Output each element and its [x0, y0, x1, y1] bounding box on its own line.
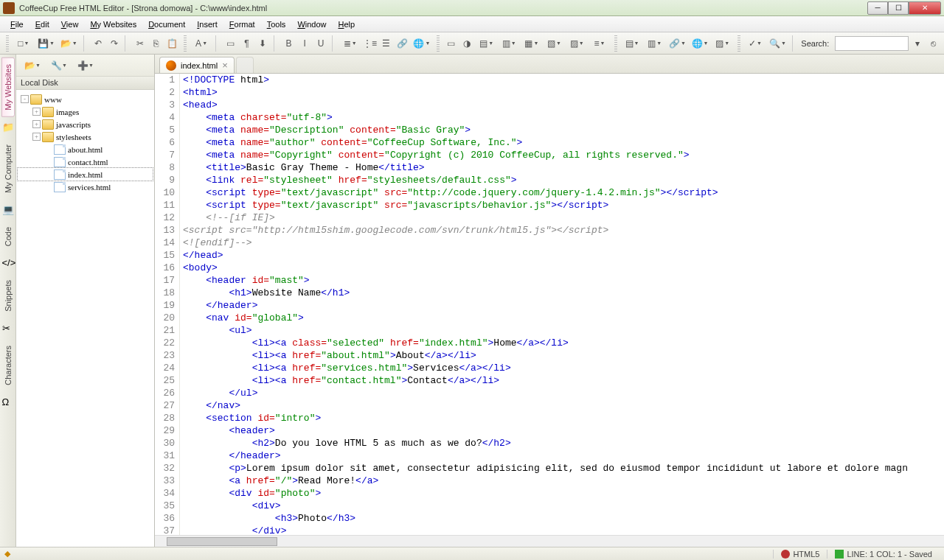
tree-item-www[interactable]: -www [18, 93, 153, 105]
panel5-button[interactable]: ▨▼ [712, 35, 733, 52]
grid3-button[interactable]: ▦▼ [521, 35, 543, 52]
find-button[interactable]: 🔍▼ [767, 35, 788, 52]
menu-format[interactable]: Format [223, 18, 261, 30]
menu-edit[interactable]: Edit [30, 18, 55, 30]
app-icon [3, 2, 15, 14]
tree-item-stylesheets[interactable]: +stylesheets [18, 130, 153, 143]
cut-button[interactable]: ✂ [133, 35, 148, 52]
grid1-button[interactable]: ▤▼ [476, 35, 497, 52]
font-color-button[interactable]: A▼ [191, 35, 212, 52]
file-icon [166, 60, 176, 71]
open-button[interactable]: 📂▼ [58, 35, 80, 52]
grid4-button[interactable]: ▧▼ [544, 35, 565, 52]
menu-window[interactable]: Window [291, 18, 332, 30]
tree-item-about-html[interactable]: about.html [18, 143, 153, 155]
tree-item-contact-html[interactable]: contact.html [18, 155, 153, 168]
save-icon [835, 550, 844, 559]
redo-button[interactable]: ↷ [107, 35, 122, 52]
image-button[interactable]: ▭ [223, 35, 238, 52]
fp-btn-0[interactable]: 📂▼ [21, 57, 44, 74]
panel3-button[interactable]: 🔗▼ [667, 35, 688, 52]
statusbar: ◆ HTML5 LINE: 1 COL: 1 - Saved [0, 547, 944, 560]
file-panel: 📂▼🔧▼➕▼ Local Disk -www+images+javascript… [16, 55, 155, 547]
tree-label: images [56, 108, 79, 116]
document-tab[interactable]: index.html × [159, 57, 235, 73]
menu-view[interactable]: View [55, 18, 85, 30]
tab-close-icon[interactable]: × [222, 60, 228, 71]
code-content[interactable]: <!DOCTYPE html><html><head> <meta charse… [180, 74, 944, 535]
panel1-button[interactable]: ▤▼ [622, 35, 643, 52]
code-editor[interactable]: 1234567891011121314151617181920212223242… [155, 74, 944, 535]
sidetab-my-websites[interactable]: My Websites [1, 57, 15, 117]
menu-help[interactable]: Help [333, 18, 361, 30]
list-button[interactable]: ⋮≡ [362, 35, 378, 52]
tree-item-services-html[interactable]: services.html [18, 181, 153, 193]
new-tab-button[interactable] [236, 57, 254, 73]
search-input[interactable] [835, 36, 909, 51]
tree-item-javascripts[interactable]: +javascripts [18, 118, 153, 130]
editor-area: index.html × 123456789101112131415161718… [155, 55, 944, 547]
tree-item-index-html[interactable]: index.html [18, 168, 153, 181]
minimize-button[interactable]: ─ [867, 1, 888, 15]
download-button[interactable]: ⬇ [255, 35, 270, 52]
sidetab-my-computer[interactable]: My Computer [1, 138, 15, 200]
underline-button[interactable]: U [313, 35, 328, 52]
titlebar: CoffeeCup Free HTML Editor - [Strona dom… [0, 0, 944, 16]
file-panel-header: Local Disk [16, 77, 154, 90]
sidetab-characters[interactable]: Characters [1, 339, 15, 392]
menu-file[interactable]: File [4, 18, 30, 30]
fp-btn-1[interactable]: 🔧▼ [47, 57, 71, 74]
file-tree[interactable]: -www+images+javascripts+stylesheetsabout… [16, 90, 154, 547]
box1-button[interactable]: ▭ [444, 35, 459, 52]
maximize-button[interactable]: ☐ [888, 1, 909, 15]
sidetab-code[interactable]: Code [1, 220, 15, 253]
menu-my-websites[interactable]: My Websites [84, 18, 142, 30]
file-icon [54, 169, 66, 180]
tree-item-images[interactable]: +images [18, 105, 153, 118]
menu-tools[interactable]: Tools [261, 18, 292, 30]
file-panel-toolbar: 📂▼🔧▼➕▼ [16, 55, 154, 77]
panel4-button[interactable]: 🌐▼ [690, 35, 711, 52]
fp-btn-2[interactable]: ➕▼ [74, 57, 97, 74]
toolbar: □▼💾▼📂▼↶↷✂⎘📋A▼▭¶⬇BIU≣▼⋮≡☰🔗🌐▼▭◑▤▼▥▼▦▼▧▼▨▼≡… [0, 32, 944, 55]
save-button[interactable]: 💾▼ [35, 35, 57, 52]
grid6-button[interactable]: ≡▼ [589, 35, 611, 52]
list2-button[interactable]: ☰ [379, 35, 394, 52]
sidetab-icon: </> [2, 257, 14, 269]
grid5-button[interactable]: ▨▼ [566, 35, 588, 52]
sidetab-icon: 📁 [2, 122, 14, 133]
horizontal-scrollbar[interactable] [155, 535, 944, 547]
side-tabstrip: My Websites📁My Computer💻Code</>Snippets✂… [0, 55, 16, 547]
undo-button[interactable]: ↶ [91, 35, 105, 52]
sidetab-snippets[interactable]: Snippets [1, 273, 15, 318]
menu-document[interactable]: Document [142, 18, 191, 30]
folder-icon [42, 132, 54, 142]
close-button[interactable]: ✕ [909, 1, 941, 15]
new-button[interactable]: □▼ [13, 35, 35, 52]
italic-button[interactable]: I [297, 35, 312, 52]
tree-label: index.html [68, 170, 103, 179]
search-home-button[interactable]: ⎋ [926, 35, 941, 52]
align-button[interactable]: ≣▼ [339, 35, 361, 52]
menu-insert[interactable]: Insert [191, 18, 223, 30]
status-position: LINE: 1 COL: 1 - Saved [827, 550, 940, 559]
paragraph-button[interactable]: ¶ [240, 35, 254, 52]
copy-button[interactable]: ⎘ [149, 35, 164, 52]
sidetab-icon: 💻 [2, 204, 14, 216]
tree-label: about.html [68, 145, 103, 154]
link-button[interactable]: 🔗 [395, 35, 410, 52]
bold-button[interactable]: B [282, 35, 296, 52]
status-mode: HTML5 [773, 550, 827, 559]
paste-button[interactable]: 📋 [164, 35, 179, 52]
sidetab-icon: ✂ [2, 323, 14, 335]
grid2-button[interactable]: ▥▼ [499, 35, 520, 52]
color-button[interactable]: ◑ [460, 35, 475, 52]
tree-label: stylesheets [56, 133, 91, 141]
search-next-button[interactable]: ▾ [910, 35, 925, 52]
folder-icon [42, 119, 54, 130]
check-button[interactable]: ✓▼ [745, 35, 766, 52]
panel2-button[interactable]: ▥▼ [644, 35, 665, 52]
status-corner-icon: ◆ [4, 549, 10, 559]
search-label: Search: [801, 39, 829, 48]
web-button[interactable]: 🌐▼ [412, 35, 433, 52]
